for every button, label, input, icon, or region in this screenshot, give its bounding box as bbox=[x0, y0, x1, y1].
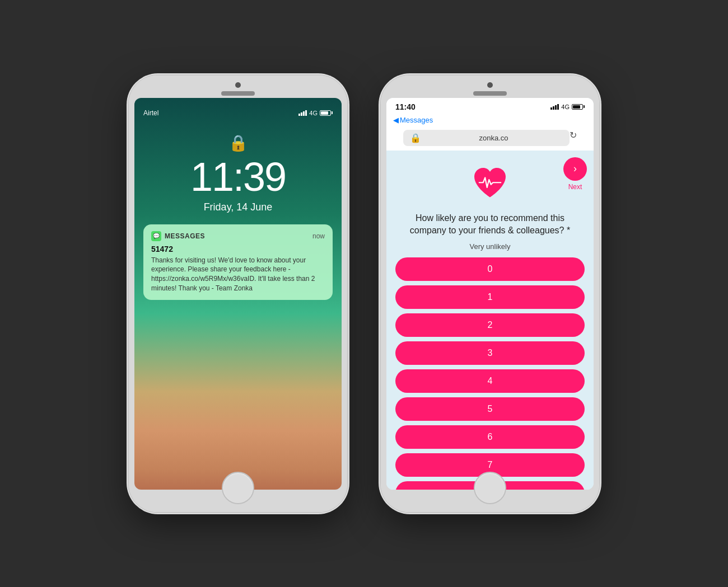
score-button-6[interactable]: 6 bbox=[395, 425, 585, 449]
home-button-2[interactable] bbox=[474, 472, 506, 504]
back-chevron-icon: ◀ bbox=[393, 116, 399, 124]
survey-battery-icon bbox=[572, 104, 585, 110]
speaker-icon bbox=[221, 91, 255, 96]
signal-icon bbox=[298, 110, 307, 116]
notification-card: 💬 MESSAGES now 51472 Thanks for visiting… bbox=[143, 224, 333, 300]
notification-body: Thanks for visiting us! We'd love to kno… bbox=[151, 256, 325, 293]
survey-network-type: 4G bbox=[561, 104, 570, 110]
notification-header: 💬 MESSAGES now bbox=[151, 231, 325, 241]
front-camera-2-icon bbox=[487, 82, 493, 88]
phone2-screen: 11:40 4G bbox=[386, 98, 594, 490]
lock-icon: 🔒 bbox=[228, 134, 248, 152]
phones-container: Airtel 4G bbox=[0, 53, 728, 534]
battery-icon bbox=[320, 110, 333, 116]
back-button[interactable]: ◀ Messages bbox=[393, 116, 433, 124]
score-buttons-list: 012345678 bbox=[395, 257, 585, 489]
survey-question: How likely are you to recommend this com… bbox=[395, 212, 585, 237]
survey-signal-icon bbox=[550, 104, 559, 110]
messages-app-icon: 💬 bbox=[151, 231, 161, 241]
network-type: 4G bbox=[309, 110, 318, 116]
app-name: MESSAGES bbox=[165, 232, 205, 240]
status-icons: 4G bbox=[298, 109, 333, 117]
lock-time: 11:39 bbox=[190, 157, 286, 197]
speaker-2-icon bbox=[473, 91, 507, 96]
score-button-4[interactable]: 4 bbox=[395, 369, 585, 393]
lockscreen: Airtel 4G bbox=[134, 98, 342, 490]
status-bar: Airtel 4G bbox=[143, 109, 333, 117]
url-input-field[interactable]: 🔒 zonka.co bbox=[403, 130, 570, 146]
survey-status-icons: 4G bbox=[550, 104, 585, 110]
score-button-2[interactable]: 2 bbox=[395, 313, 585, 337]
notification-title: 51472 bbox=[151, 245, 325, 253]
survey-screen: 11:40 4G bbox=[386, 98, 594, 490]
heart-pulse-icon bbox=[470, 164, 510, 203]
carrier-label: Airtel bbox=[143, 109, 158, 117]
notification-app-row: 💬 MESSAGES bbox=[151, 231, 205, 241]
phone1-screen: Airtel 4G bbox=[134, 98, 342, 490]
next-label: Next bbox=[568, 183, 582, 191]
url-bar: 🔒 zonka.co ↻ bbox=[386, 128, 594, 151]
score-button-3[interactable]: 3 bbox=[395, 341, 585, 365]
survey-time: 11:40 bbox=[395, 102, 416, 111]
browser-nav-bar: ◀ Messages bbox=[386, 114, 594, 128]
scale-label: Very unlikely bbox=[395, 242, 585, 251]
survey-content: › Next How likely are you to recommend t… bbox=[386, 151, 594, 490]
back-label: Messages bbox=[400, 116, 433, 124]
url-text: zonka.co bbox=[424, 134, 563, 142]
phone-2: 11:40 4G bbox=[381, 76, 599, 512]
reload-icon[interactable]: ↻ bbox=[570, 130, 577, 146]
lock-date: Friday, 14 June bbox=[204, 201, 273, 213]
survey-logo bbox=[395, 164, 585, 203]
phone-1: Airtel 4G bbox=[129, 76, 347, 512]
notification-time: now bbox=[312, 232, 325, 240]
score-button-1[interactable]: 1 bbox=[395, 285, 585, 309]
next-button-area: › Next bbox=[563, 157, 587, 191]
front-camera-icon bbox=[235, 82, 241, 88]
phone2-top-bar bbox=[381, 76, 599, 96]
phone1-top-bar bbox=[129, 76, 347, 96]
score-button-0[interactable]: 0 bbox=[395, 257, 585, 281]
home-button[interactable] bbox=[222, 472, 254, 504]
score-button-5[interactable]: 5 bbox=[395, 397, 585, 421]
next-button[interactable]: › bbox=[563, 157, 587, 181]
survey-status-bar: 11:40 4G bbox=[386, 98, 594, 114]
lock-secure-icon: 🔒 bbox=[410, 133, 421, 143]
